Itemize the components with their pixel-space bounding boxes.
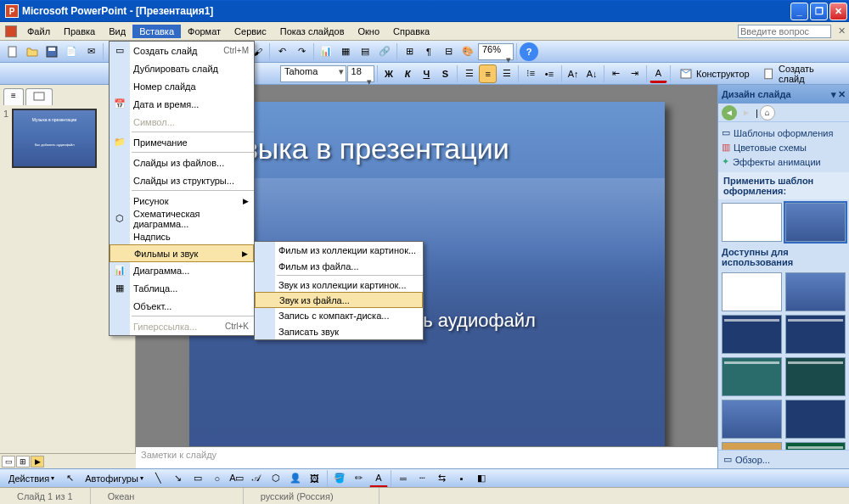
decrease-indent-button[interactable]: ⇤: [607, 64, 625, 83]
fill-color-button[interactable]: 🪣: [330, 469, 349, 488]
menu-item[interactable]: Объект...: [110, 297, 254, 315]
template-thumb[interactable]: [785, 400, 846, 439]
menu-item[interactable]: Фильм из файла...: [255, 258, 423, 274]
taskpane-close[interactable]: ✕: [838, 89, 846, 100]
menu-item[interactable]: Номер слайда: [110, 77, 254, 95]
ask-input[interactable]: [738, 25, 831, 38]
template-thumb[interactable]: [785, 315, 846, 354]
wordart-button[interactable]: 𝒜: [247, 469, 266, 488]
shadow-button[interactable]: S: [436, 64, 454, 83]
insert-chart-button[interactable]: 📊: [317, 42, 335, 61]
grid-button[interactable]: ⊟: [439, 42, 458, 61]
menu-view[interactable]: Вид: [102, 25, 132, 38]
show-formatting-button[interactable]: ¶: [419, 42, 438, 61]
menu-item[interactable]: Звук из файла...: [255, 292, 423, 308]
align-center-button[interactable]: ≡: [479, 64, 497, 83]
slides-tab[interactable]: [25, 88, 53, 105]
increase-indent-button[interactable]: ⇥: [626, 64, 644, 83]
outline-tab[interactable]: ≡: [3, 88, 24, 105]
expand-all-button[interactable]: ⊞: [400, 42, 419, 61]
menu-item[interactable]: Записать звук: [255, 323, 423, 339]
insert-hyperlink-button[interactable]: 🔗: [375, 42, 394, 61]
link-animation[interactable]: ✦Эффекты анимации: [722, 154, 846, 169]
font-select[interactable]: Tahoma: [280, 65, 346, 82]
insert-table-button[interactable]: ▦: [336, 42, 355, 61]
thumbnail-preview[interactable]: Музыка в презентации Как добавить аудиоф…: [12, 109, 97, 168]
menu-edit[interactable]: Правка: [57, 25, 102, 38]
template-thumb[interactable]: [722, 400, 782, 439]
taskpane-dropdown[interactable]: ▾: [831, 89, 836, 100]
open-button[interactable]: [23, 42, 42, 61]
diagram-button[interactable]: ⬡: [267, 469, 285, 488]
menu-item[interactable]: 📁Примечание: [110, 133, 254, 151]
template-thumb[interactable]: [722, 272, 782, 311]
3d-style-button[interactable]: ◧: [472, 469, 491, 488]
template-thumb[interactable]: [722, 442, 782, 450]
maximize-button[interactable]: ❐: [810, 3, 828, 20]
help-button[interactable]: ?: [520, 42, 538, 61]
new-slide-button[interactable]: Создать слайд: [756, 64, 846, 83]
permission-button[interactable]: 📄: [62, 42, 81, 61]
link-templates[interactable]: ▭Шаблоны оформления: [722, 126, 846, 140]
slide-design-button[interactable]: Конструктор: [673, 64, 756, 83]
close-button[interactable]: ✕: [829, 3, 847, 20]
font-color-button2[interactable]: A: [369, 469, 388, 488]
template-thumb[interactable]: [722, 315, 782, 354]
color-button[interactable]: 🎨: [458, 42, 477, 61]
italic-button[interactable]: К: [399, 64, 417, 83]
actions-menu[interactable]: Действия: [3, 471, 59, 486]
taskpane-back[interactable]: ◄: [722, 105, 737, 120]
slideshow-view-button[interactable]: ▶: [31, 456, 44, 468]
font-color-button[interactable]: A: [649, 64, 667, 83]
menu-item[interactable]: ▭Создать слайдCtrl+M: [110, 42, 254, 59]
minimize-button[interactable]: _: [790, 3, 808, 20]
menu-item[interactable]: Фильмы и звук▶: [110, 244, 254, 262]
notes-pane[interactable]: Заметки к слайду: [136, 446, 717, 468]
new-button[interactable]: [3, 42, 22, 61]
browse-link[interactable]: Обзор...: [735, 455, 770, 465]
menu-item[interactable]: Запись с компакт-диска...: [255, 307, 423, 323]
save-button[interactable]: [42, 42, 61, 61]
align-right-button[interactable]: ☰: [498, 64, 515, 83]
template-thumb-ocean[interactable]: [785, 203, 846, 242]
menu-insert[interactable]: Вставка: [132, 25, 181, 38]
bold-button[interactable]: Ж: [380, 64, 398, 83]
menu-window[interactable]: Окно: [351, 25, 387, 38]
dash-style-button[interactable]: ┄: [413, 469, 432, 488]
slide-title-text[interactable]: Музыка в презентации: [189, 102, 665, 165]
template-thumb[interactable]: [722, 357, 782, 396]
menu-item[interactable]: Надпись: [110, 227, 254, 245]
arrow-button[interactable]: ↘: [169, 469, 188, 488]
menu-item[interactable]: Звук из коллекции картинок...: [255, 277, 423, 293]
template-thumb[interactable]: [785, 272, 846, 311]
ask-question-box[interactable]: [738, 25, 831, 38]
template-thumb[interactable]: [785, 442, 846, 450]
redo-button[interactable]: ↷: [292, 42, 311, 61]
increase-font-button[interactable]: A↑: [565, 64, 582, 83]
menu-format[interactable]: Формат: [181, 25, 228, 38]
clipart-button[interactable]: 👤: [286, 469, 305, 488]
menu-item[interactable]: ⬡Схематическая диаграмма...: [110, 210, 254, 227]
menu-item[interactable]: 📊Диаграмма...: [110, 261, 254, 279]
taskpane-forward[interactable]: ►: [739, 105, 754, 120]
menu-item[interactable]: Слайды из файлов...: [110, 154, 254, 171]
taskpane-home[interactable]: ⌂: [760, 105, 775, 120]
menu-item[interactable]: Фильм из коллекции картинок...: [255, 242, 423, 258]
menu-file[interactable]: Файл: [20, 25, 57, 38]
menu-item[interactable]: Дублировать слайд: [110, 59, 254, 77]
undo-button[interactable]: ↶: [273, 42, 291, 61]
oval-button[interactable]: ○: [208, 469, 227, 488]
template-thumb[interactable]: [785, 357, 846, 396]
picture-button[interactable]: 🖼: [306, 469, 324, 488]
numbering-button[interactable]: ⁝≡: [521, 64, 539, 83]
link-color-schemes[interactable]: ▥Цветовые схемы: [722, 140, 846, 154]
template-thumb[interactable]: [722, 203, 782, 242]
rectangle-button[interactable]: ▭: [188, 469, 207, 488]
textbox-button[interactable]: A▭: [228, 469, 246, 488]
bullets-button[interactable]: •≡: [540, 64, 558, 83]
doc-close-button[interactable]: ✕: [838, 25, 846, 36]
normal-view-button[interactable]: ▭: [2, 456, 15, 468]
menu-item[interactable]: 📅Дата и время...: [110, 95, 254, 113]
menu-item[interactable]: Рисунок▶: [110, 192, 254, 210]
sorter-view-button[interactable]: ⊞: [16, 456, 30, 468]
